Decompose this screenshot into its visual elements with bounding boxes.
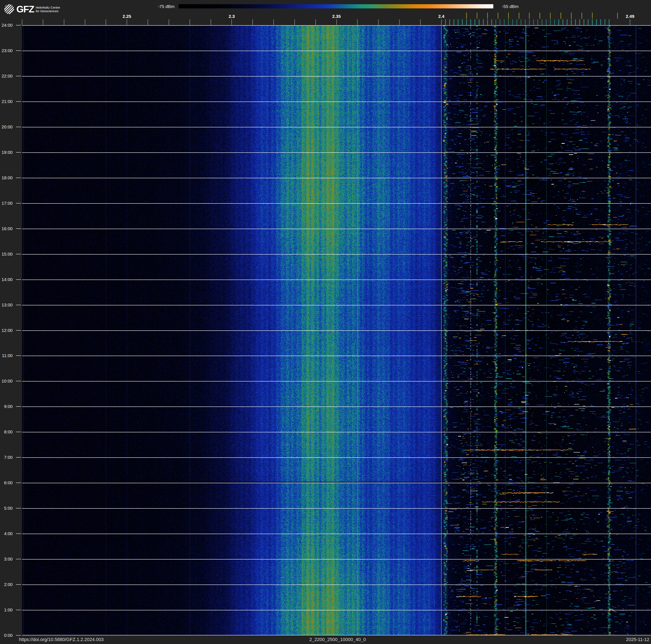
freq-axis-label: 2.3 — [229, 14, 235, 19]
dataset-label: 2_2200_2500_10000_40_0 — [309, 637, 366, 642]
ble-channel-tick — [450, 19, 450, 25]
ble-channel-tick — [546, 19, 547, 25]
ble-channel-tick — [604, 19, 605, 25]
freq-minor-tick — [441, 19, 442, 25]
time-axis-label: 17:00 — [0, 201, 12, 206]
freq-minor-tick — [357, 19, 358, 25]
ble-channel-tick — [454, 19, 454, 25]
time-tick — [16, 330, 21, 331]
freq-minor-tick — [399, 19, 400, 25]
time-axis-label: 13:00 — [0, 302, 12, 308]
ble-channel-tick — [563, 19, 563, 25]
time-axis-label: 19:00 — [0, 150, 12, 155]
time-axis-label: 9:00 — [0, 404, 12, 409]
time-tick — [16, 559, 21, 559]
freq-minor-tick — [127, 19, 127, 25]
time-axis-label: 1:00 — [0, 608, 12, 612]
gfz-org-line1: Helmholtz Centre — [36, 6, 60, 9]
time-axis-label: 5:00 — [0, 506, 12, 511]
gfz-org-name: Helmholtz Centre for Geosciences — [36, 6, 60, 13]
ble-channel-tick — [508, 19, 509, 25]
time-tick — [16, 229, 21, 229]
time-tick — [16, 305, 21, 305]
freq-minor-tick — [168, 19, 169, 25]
time-tick — [16, 25, 21, 25]
freq-minor-tick — [148, 19, 148, 25]
wifi-channel-tick — [617, 12, 618, 19]
time-axis-label: 8:00 — [0, 430, 12, 435]
ble-channel-tick — [466, 19, 467, 25]
ble-channel-tick — [491, 19, 492, 25]
freq-minor-tick — [64, 19, 64, 25]
time-tick — [16, 51, 21, 51]
ble-channel-tick — [550, 19, 551, 25]
doi-link[interactable]: https://doi.org/10.5880/GFZ.1.2.2024.003 — [19, 637, 104, 642]
ble-channel-tick — [554, 19, 555, 25]
freq-minor-tick — [252, 19, 253, 25]
wifi-channel-tick — [519, 12, 519, 19]
freq-minor-tick — [420, 19, 421, 25]
wifi-channel-tick — [582, 12, 582, 19]
ble-channel-tick — [558, 19, 559, 25]
time-tick — [16, 203, 21, 203]
wifi-channel-tick — [508, 12, 509, 19]
ble-channel-tick — [600, 19, 601, 25]
ble-channel-tick — [458, 19, 459, 25]
ble-channel-tick — [445, 19, 446, 25]
ble-channel-tick — [500, 19, 500, 25]
wifi-channel-tick — [592, 12, 593, 19]
time-axis-label: 10:00 — [0, 379, 12, 384]
wifi-channel-tick — [571, 12, 571, 19]
time-tick — [16, 584, 21, 585]
time-axis-label: 7:00 — [0, 455, 12, 460]
freq-axis-label: 2.25 — [123, 14, 131, 19]
colorbar-min-label: -75 dBm — [147, 4, 175, 9]
ble-channel-tick — [571, 19, 571, 25]
ble-channel-tick — [513, 19, 513, 25]
time-axis-label: 12:00 — [0, 328, 12, 333]
time-axis-label: 21:00 — [0, 99, 12, 104]
time-tick — [16, 432, 21, 432]
date-label: 2025-11-12 — [626, 637, 649, 642]
time-tick — [16, 610, 21, 610]
colorbar-max-label: -55 dBm — [502, 4, 519, 9]
time-tick — [16, 127, 21, 127]
colorbar-gradient — [179, 4, 493, 8]
time-axis-label: 16:00 — [0, 226, 12, 231]
ble-channel-tick — [609, 19, 610, 25]
freq-axis-label: 2.4 — [438, 14, 444, 19]
ble-channel-tick — [504, 19, 505, 25]
gfz-logo: GFZ Helmholtz Centre for Geosciences — [4, 4, 60, 14]
ble-channel-tick — [474, 19, 475, 25]
freq-minor-tick — [190, 19, 190, 25]
ble-channel-tick — [537, 19, 538, 25]
spectrogram-page: GFZ Helmholtz Centre for Geosciences -75… — [0, 0, 651, 644]
gfz-logo-icon — [4, 4, 14, 14]
freq-minor-tick — [211, 19, 211, 25]
time-tick — [16, 76, 21, 76]
freq-minor-tick — [630, 19, 630, 25]
ble-channel-tick — [567, 19, 567, 25]
time-tick — [16, 152, 21, 153]
wifi-channel-tick — [529, 12, 530, 19]
freq-axis-label: 2.35 — [332, 14, 341, 19]
time-tick — [16, 457, 21, 458]
wifi-channel-tick — [466, 12, 467, 19]
time-axis-label: 2:00 — [0, 582, 12, 587]
ble-channel-tick — [588, 19, 588, 25]
ble-channel-tick — [533, 19, 534, 25]
freq-axis-label: 2.49 — [626, 14, 634, 19]
time-tick — [16, 508, 21, 508]
ble-channel-tick — [579, 19, 580, 25]
time-axis-label: 3:00 — [0, 557, 12, 562]
ble-channel-tick — [529, 19, 530, 25]
time-axis-label: 18:00 — [0, 175, 12, 180]
time-tick — [16, 279, 21, 280]
freq-minor-tick — [294, 19, 295, 25]
ble-channel-tick — [496, 19, 496, 25]
ble-channel-tick — [479, 19, 479, 25]
ble-channel-tick — [575, 19, 576, 25]
time-axis-label: 14:00 — [0, 277, 12, 282]
freq-minor-tick — [231, 19, 232, 25]
ble-channel-tick — [521, 19, 521, 25]
